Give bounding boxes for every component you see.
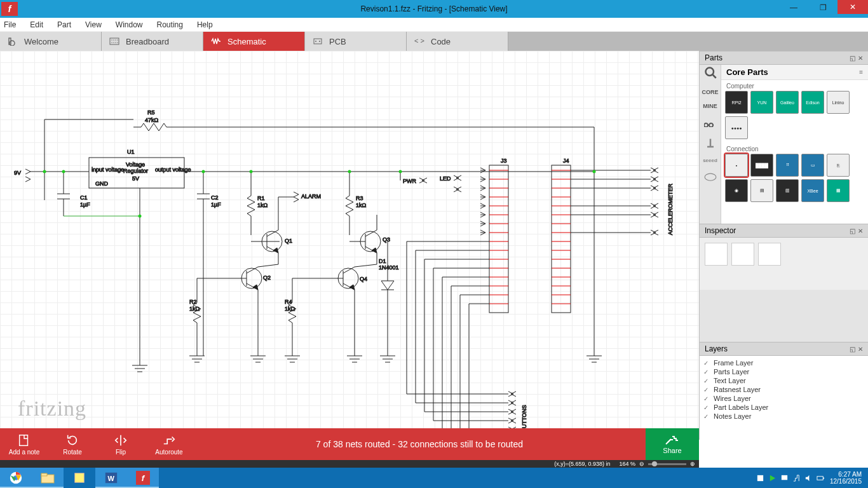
- layer-text[interactable]: Text Layer: [703, 376, 864, 385]
- zoom-in-icon[interactable]: ⊕: [690, 461, 695, 467]
- svg-text:ACCELEROMETER: ACCELEROMETER: [667, 183, 674, 235]
- part-conn-10[interactable]: ▦: [827, 179, 850, 202]
- part-rpi2[interactable]: RPi2: [725, 91, 748, 114]
- layers-header[interactable]: Layers ◱✕: [700, 342, 868, 356]
- minimize-button[interactable]: —: [779, 0, 808, 15]
- svg-text:C2: C2: [211, 194, 219, 201]
- svg-text:PWR: PWR: [403, 178, 416, 184]
- part-extra[interactable]: ●●●●: [725, 116, 748, 139]
- menu-edit[interactable]: Edit: [30, 20, 43, 29]
- taskbar-clock[interactable]: 6:27 AM 12/16/2015: [830, 471, 862, 485]
- part-conn-9[interactable]: XBee: [801, 179, 824, 202]
- tab-welcome[interactable]: Welcome: [0, 32, 102, 51]
- parts-list: Core Parts ≡ Computer RPi2 YUN Galileo E…: [721, 65, 868, 224]
- actionbar: Add a note Rotate Flip Autoroute 7 of 38…: [0, 428, 699, 460]
- rotate-button[interactable]: Rotate: [48, 433, 97, 456]
- seeed-bin-icon[interactable]: seeed: [703, 158, 717, 163]
- zoom-out-icon[interactable]: ⊖: [639, 461, 644, 467]
- inspector-close-icon[interactable]: ✕: [858, 227, 863, 234]
- parts-undock-icon[interactable]: ◱: [850, 55, 855, 62]
- svg-point-174: [139, 215, 142, 218]
- layers-close-icon[interactable]: ✕: [858, 346, 863, 353]
- share-button[interactable]: Share: [646, 428, 699, 460]
- parts-menu-icon[interactable]: ≡: [859, 69, 863, 76]
- part-conn-6[interactable]: ◉: [725, 179, 748, 202]
- part-conn-3[interactable]: ⠿: [776, 154, 799, 177]
- maximize-button[interactable]: ❐: [808, 0, 837, 15]
- task-sticky[interactable]: [64, 468, 95, 488]
- intel-bin-icon[interactable]: [704, 171, 717, 184]
- task-word[interactable]: W: [95, 468, 127, 488]
- tray-net-icon[interactable]: [792, 474, 801, 482]
- tabs-spacer: [508, 32, 868, 51]
- zoom-control[interactable]: 164 % ⊖ ⊕: [619, 461, 695, 467]
- addnote-button[interactable]: Add a note: [0, 433, 48, 456]
- part-conn-2[interactable]: ████: [750, 154, 773, 177]
- schematic-canvas[interactable]: fritzing 9V R5 47kΩ U1 Voltage Reg: [0, 51, 699, 440]
- task-fritzing[interactable]: f: [127, 468, 159, 488]
- zoom-slider[interactable]: [648, 463, 686, 465]
- part-linino[interactable]: Linino: [827, 91, 850, 114]
- layer-wires[interactable]: Wires Layer: [703, 394, 864, 403]
- svg-rect-106: [489, 165, 508, 313]
- tab-code[interactable]: < > Code: [407, 32, 508, 51]
- part-edison[interactable]: Edison: [801, 91, 824, 114]
- code-icon: < >: [414, 37, 424, 46]
- system-tray[interactable]: [756, 474, 825, 482]
- menu-file[interactable]: File: [4, 20, 16, 29]
- tray-flag-icon[interactable]: [756, 474, 764, 482]
- part-galileo[interactable]: Galileo: [776, 91, 799, 114]
- bin-mine[interactable]: MINE: [703, 103, 717, 109]
- parts-header[interactable]: Parts ◱✕: [700, 51, 868, 65]
- pcb-icon: [313, 37, 323, 46]
- tray-flag2-icon[interactable]: [780, 474, 789, 482]
- menu-window[interactable]: Window: [116, 20, 143, 29]
- arduino-bin-icon[interactable]: [704, 117, 717, 130]
- parts-title-label: Parts: [705, 53, 722, 62]
- menu-part[interactable]: Part: [57, 20, 71, 29]
- tab-code-label: Code: [431, 37, 451, 46]
- svg-point-182: [705, 173, 716, 180]
- tray-play-icon[interactable]: [768, 474, 776, 482]
- part-conn-5[interactable]: ⎘: [827, 154, 850, 177]
- layer-parts[interactable]: Parts Layer: [703, 367, 864, 376]
- parts-bin-tabs: CORE MINE seeed: [700, 65, 721, 224]
- svg-text:R1: R1: [257, 195, 265, 201]
- pin-bin-icon[interactable]: [704, 137, 717, 150]
- inspector-body: [700, 238, 868, 290]
- tab-breadboard[interactable]: Breadboard: [102, 32, 203, 51]
- menu-help[interactable]: Help: [197, 20, 213, 29]
- svg-point-1: [111, 39, 112, 40]
- svg-point-178: [399, 170, 402, 173]
- routing-status: 7 of 38 nets routed - 32 connections sti…: [193, 439, 646, 449]
- part-conn-8[interactable]: ▥: [776, 179, 799, 202]
- parts-body: CORE MINE seeed Core Parts ≡ Computer RP…: [700, 65, 868, 224]
- inspector-undock-icon[interactable]: ◱: [850, 227, 855, 234]
- menu-view[interactable]: View: [85, 20, 102, 29]
- layers-undock-icon[interactable]: ◱: [850, 346, 855, 353]
- task-chrome[interactable]: [0, 468, 32, 488]
- inspector-header[interactable]: Inspector ◱✕: [700, 224, 868, 238]
- layer-ratsnest[interactable]: Ratsnest Layer: [703, 385, 864, 394]
- svg-line-75: [365, 230, 377, 236]
- bin-core[interactable]: CORE: [702, 89, 718, 95]
- part-yun[interactable]: YUN: [750, 91, 773, 114]
- flip-button[interactable]: Flip: [97, 433, 145, 456]
- part-conn-1[interactable]: ▪: [725, 154, 748, 177]
- close-button[interactable]: ✕: [837, 0, 868, 14]
- layer-frame[interactable]: Frame Layer: [703, 358, 864, 367]
- tab-schematic[interactable]: Schematic: [203, 32, 305, 51]
- part-conn-4[interactable]: ▭: [801, 154, 824, 177]
- parts-close-icon[interactable]: ✕: [858, 55, 863, 62]
- autoroute-button[interactable]: Autoroute: [145, 433, 193, 456]
- menu-routing[interactable]: Routing: [157, 20, 183, 29]
- layer-notes[interactable]: Notes Layer: [703, 412, 864, 421]
- tray-bat-icon[interactable]: [817, 474, 825, 482]
- search-icon[interactable]: [704, 66, 717, 79]
- svg-point-173: [62, 170, 65, 173]
- task-explorer[interactable]: [32, 468, 64, 488]
- layer-partlabels[interactable]: Part Labels Layer: [703, 403, 864, 412]
- part-conn-7[interactable]: ▤: [750, 179, 773, 202]
- tab-pcb[interactable]: PCB: [305, 32, 407, 51]
- tray-vol-icon[interactable]: [804, 474, 813, 482]
